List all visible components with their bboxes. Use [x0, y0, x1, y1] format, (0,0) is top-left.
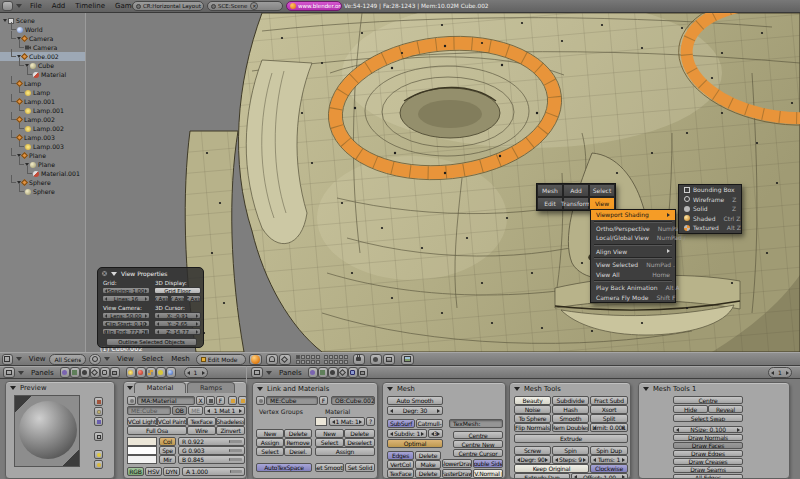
browse-icon[interactable] [136, 4, 141, 9]
layer-buttons[interactable] [296, 355, 320, 364]
proportional-edit-icon[interactable] [266, 354, 278, 365]
grid-floor-toggle[interactable]: Grid Floor [154, 287, 201, 294]
screen-layout-selector[interactable]: CR:Horizontal Layout ✕ [132, 1, 204, 11]
noise-button[interactable]: Noise [514, 405, 551, 414]
material-assign-button[interactable]: Assign [315, 447, 375, 456]
header-collapse-icon[interactable] [16, 4, 22, 8]
preview-brackets-icon[interactable] [94, 432, 103, 441]
header-menu-collapse-icon[interactable] [18, 371, 24, 375]
material-color-swatch[interactable] [315, 417, 327, 426]
viewport-view-menu[interactable]: View [113, 355, 138, 363]
subdiv-stepper[interactable]: Subdiv: 1 [387, 429, 427, 438]
xsort-button[interactable]: Xsort [590, 405, 628, 414]
outliner-item-lamp001-obj[interactable]: Lamp.001 [0, 97, 85, 106]
smooth-button[interactable]: Smooth [552, 414, 589, 423]
outliner-item-sphere-obj[interactable]: Sphere [0, 178, 85, 187]
menu-file[interactable]: File [25, 2, 47, 10]
toolbox-transform[interactable]: Transform [563, 197, 589, 210]
collapse-icon[interactable] [514, 387, 520, 391]
select-mode-icon[interactable] [370, 354, 382, 365]
layer-buttons[interactable] [324, 355, 348, 364]
no-vnormal-flip-toggle[interactable]: No V.Normal Flip [473, 469, 503, 478]
material-new-button[interactable]: New [315, 429, 344, 438]
vgroup-deselect-button[interactable]: Desel. [284, 447, 312, 456]
spin-dup-button[interactable]: Spin Dup [590, 446, 628, 455]
blue-slider[interactable]: B 0.845 [178, 455, 245, 464]
object-name-field[interactable]: OB:Cube.002 [331, 396, 375, 405]
specular-color-swatch[interactable] [127, 446, 157, 455]
clear-material-button[interactable]: X [196, 396, 205, 405]
material-delete-button[interactable]: Delete [344, 429, 375, 438]
mir-channel-toggle[interactable]: Mir [159, 455, 176, 464]
tab-ramps[interactable]: Ramps [187, 382, 235, 393]
preview-cube-icon[interactable] [94, 417, 103, 426]
rem-doubles-button[interactable]: Rem Doubles [552, 423, 589, 432]
editor-type-icon[interactable] [3, 367, 15, 378]
outline-selected-button[interactable]: Outline Selected Objects [106, 338, 197, 346]
extrude-button[interactable]: Extrude [514, 434, 628, 443]
lens-field[interactable]: Lens: 50.00 [102, 312, 150, 319]
browse-material-icon[interactable] [127, 396, 136, 405]
draw-faces-toggle[interactable]: Draw Faces [673, 442, 743, 449]
preview-sphere-icon[interactable] [94, 407, 103, 416]
header-menu-collapse-icon[interactable] [16, 357, 22, 361]
limit-stepper[interactable]: Limit: 0.001 [590, 423, 628, 432]
outliner-item-sphere-mesh[interactable]: Sphere [0, 187, 85, 196]
collapse-icon[interactable] [257, 387, 263, 391]
scene-context-icon[interactable] [358, 367, 368, 378]
menu-item-shaded[interactable]: ShadedCtrl Z [679, 214, 741, 224]
menu-item-view-selected[interactable]: View SelectedNumPad . [591, 260, 675, 270]
render-preview-icon[interactable] [401, 354, 414, 365]
browse-mesh-icon[interactable] [256, 396, 265, 405]
fract-subd-button[interactable]: Fract Subd [590, 396, 628, 405]
mesh-name-field[interactable]: ME:Cube [266, 396, 318, 405]
browse-icon[interactable] [211, 4, 216, 9]
edges-delete-button[interactable]: Delete [415, 451, 441, 460]
panels-menu[interactable]: Panels [27, 369, 58, 377]
radiosity-buttons-icon[interactable] [156, 367, 166, 378]
collapse-icon[interactable] [10, 386, 16, 390]
vgroup-assign-button[interactable]: Assign [256, 438, 284, 447]
outliner-item-lamp003-obj[interactable]: Lamp.003 [0, 133, 85, 142]
menu-item-bounding-box[interactable]: Bounding Box [679, 185, 741, 195]
clip-start-field[interactable]: Clip Start: 0.10 [102, 320, 150, 327]
render-subdiv-stepper[interactable]: 3 [428, 429, 443, 438]
centre-button[interactable]: Centre [673, 396, 743, 404]
header-menu-collapse-icon[interactable] [266, 371, 272, 375]
menu-item-wireframe[interactable]: WireframeZ [679, 195, 741, 205]
preview-panel[interactable]: Preview [5, 381, 115, 479]
outliner-item-cube002[interactable]: Cube.002 [0, 52, 85, 61]
wire-toggle[interactable]: Wire [187, 426, 216, 435]
editing-context-icon[interactable] [348, 367, 358, 378]
paste-material-icon[interactable] [238, 396, 247, 405]
vcol-light-toggle[interactable]: VCol Light [127, 417, 157, 426]
mesh-tools-1-panel[interactable]: Mesh Tools 1 Centre Hide Reveal Select S… [638, 382, 790, 479]
editor-type-icon[interactable] [89, 354, 101, 365]
clockwise-toggle[interactable]: Clockwise [590, 464, 628, 473]
header-menu-collapse-icon[interactable] [104, 357, 110, 361]
outliner-view-menu[interactable]: View [25, 355, 50, 363]
occlude-geometry-icon[interactable] [383, 354, 395, 365]
beauty-toggle[interactable]: Beauty [514, 396, 551, 405]
texface-toggle[interactable]: TexFace [187, 417, 216, 426]
viewport-mesh-menu[interactable]: Mesh [167, 355, 193, 363]
faster-draw-button[interactable]: FasterDraw [442, 469, 472, 478]
toolbox-select[interactable]: Select [589, 184, 615, 197]
turns-stepper[interactable]: Turns: 1 [590, 455, 628, 464]
y-axis-toggle[interactable]: Y Axis [170, 295, 185, 302]
lamp-buttons-icon[interactable] [126, 367, 136, 378]
menu-item-viewport-shading[interactable]: Viewport Shading [591, 210, 675, 220]
texface-label-button[interactable]: TexFace [387, 469, 414, 478]
vertcol-make-button[interactable]: Make [415, 460, 441, 469]
fake-user-button[interactable]: F [216, 396, 225, 405]
split-button[interactable]: Split [590, 414, 628, 423]
x-axis-toggle[interactable]: X Axis [154, 295, 169, 302]
autoname-icon[interactable] [206, 396, 215, 405]
vgroup-delete-button[interactable]: Delete [284, 429, 312, 438]
draw-seams-toggle[interactable]: Draw Seams [673, 466, 743, 473]
optimal-toggle[interactable]: Optimal [387, 439, 443, 448]
material-index-stepper[interactable]: 1 Mat: 1 [329, 417, 365, 426]
outliner-panel[interactable]: Scene World Camera Camera Cube.002 Cube … [0, 13, 85, 352]
draw-mode-icon[interactable] [249, 354, 262, 365]
draw-normals-toggle[interactable]: Draw Normals [673, 434, 743, 441]
